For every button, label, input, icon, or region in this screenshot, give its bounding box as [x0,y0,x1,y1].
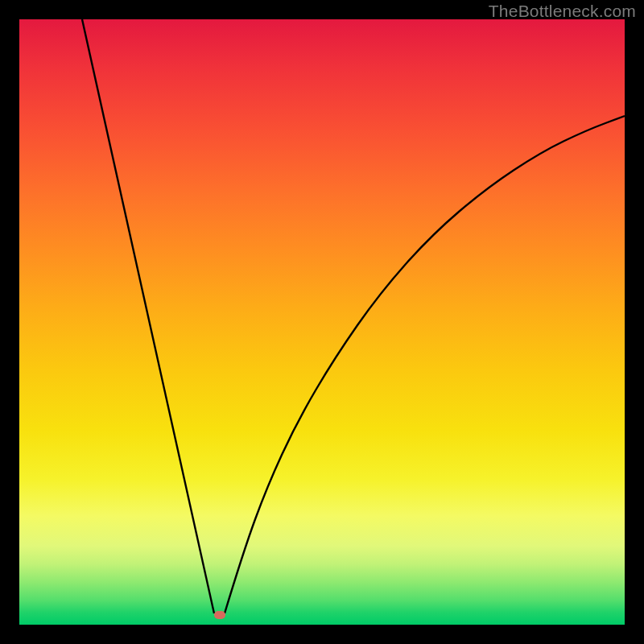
curve-layer [19,19,625,625]
watermark-text: TheBottleneck.com [489,2,636,21]
curve-left-branch [82,19,214,613]
chart-frame: TheBottleneck.com [0,0,644,644]
curve-right-branch [225,116,625,613]
plot-area [19,19,625,625]
curve-vertex-marker [214,611,225,619]
